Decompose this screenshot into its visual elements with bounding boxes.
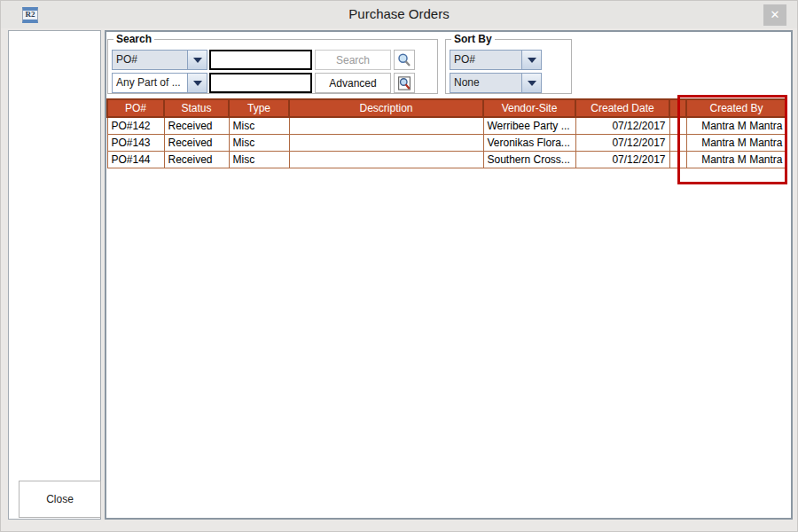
chevron-down-icon[interactable] (521, 74, 541, 92)
sort-by-group-label: Sort By (451, 33, 495, 45)
advanced-find-icon-button[interactable] (394, 73, 415, 93)
magnifier-icon (396, 52, 412, 68)
sort-by-group: Sort By PO# None (445, 39, 572, 94)
table-cell[interactable]: Misc (229, 117, 289, 134)
left-panel: Close (8, 30, 101, 520)
search-field-dropdown-value: PO# (113, 51, 187, 69)
sort-secondary-dropdown-value: None (450, 74, 521, 92)
column-header[interactable]: Description (289, 99, 483, 117)
column-header[interactable]: Vendor-Site (483, 99, 575, 117)
table-cell[interactable]: Mantra M Mantra (686, 151, 786, 168)
table-cell[interactable] (669, 117, 686, 134)
table-cell[interactable]: Mantra M Mantra (686, 134, 786, 151)
table-cell[interactable]: Veronikas Flora... (483, 134, 575, 151)
chevron-down-icon[interactable] (187, 51, 207, 69)
table-cell[interactable]: Misc (229, 151, 289, 168)
window-close-icon[interactable]: ✕ (763, 4, 786, 26)
column-header[interactable]: Type (229, 99, 289, 117)
table-cell[interactable]: Mantra M Mantra (686, 117, 786, 134)
table-cell[interactable] (289, 134, 483, 151)
search-match-dropdown-value: Any Part of ... (113, 74, 187, 92)
purchase-orders-dialog: R2 Purchase Orders ✕ Close Search PO# Se… (0, 0, 798, 532)
search-field-dropdown[interactable]: PO# (112, 50, 207, 70)
table-cell[interactable]: Received (164, 151, 229, 168)
window-title: Purchase Orders (1, 6, 797, 21)
sort-primary-dropdown[interactable]: PO# (450, 50, 542, 70)
table-cell[interactable] (289, 151, 483, 168)
table-row[interactable]: PO#144ReceivedMiscSouthern Cross...07/12… (107, 151, 786, 168)
table-cell[interactable]: Misc (229, 134, 289, 151)
table-cell[interactable]: PO#144 (107, 151, 164, 168)
close-button[interactable]: Close (19, 481, 101, 518)
table-cell[interactable]: 07/12/2017 (575, 151, 669, 168)
chevron-down-icon[interactable] (187, 74, 207, 92)
chevron-down-icon[interactable] (521, 51, 541, 69)
column-header[interactable]: Created Date (575, 99, 669, 117)
table-cell[interactable] (669, 134, 686, 151)
document-magnifier-icon (396, 75, 412, 91)
search-match-dropdown[interactable]: Any Part of ... (112, 73, 207, 93)
sort-primary-dropdown-value: PO# (450, 51, 521, 69)
titlebar: R2 Purchase Orders ✕ (1, 1, 797, 28)
table-cell[interactable]: Werribee Party ... (483, 117, 575, 134)
table-cell[interactable]: 07/12/2017 (575, 134, 669, 151)
column-header[interactable] (669, 99, 686, 117)
column-header[interactable]: Status (164, 99, 229, 117)
table-cell[interactable]: Southern Cross... (483, 151, 575, 168)
table-row[interactable]: PO#142ReceivedMiscWerribee Party ...07/1… (107, 117, 786, 134)
table-cell[interactable] (289, 117, 483, 134)
table-cell[interactable]: 07/12/2017 (575, 117, 669, 134)
table-cell[interactable]: Received (164, 117, 229, 134)
magnifier-icon-button[interactable] (394, 50, 415, 70)
search-group: Search PO# Search Any Part of ... Advanc… (107, 39, 438, 94)
main-panel: Search PO# Search Any Part of ... Advanc… (105, 30, 793, 520)
orders-table: PO#StatusTypeDescriptionVendor-SiteCreat… (106, 98, 787, 168)
advanced-button[interactable]: Advanced (315, 73, 391, 93)
search-field-input[interactable] (209, 50, 312, 70)
table-header-row: PO#StatusTypeDescriptionVendor-SiteCreat… (107, 99, 786, 117)
table-cell[interactable]: PO#142 (107, 117, 164, 134)
table-row[interactable]: PO#143ReceivedMiscVeronikas Flora...07/1… (107, 134, 786, 151)
sort-secondary-dropdown[interactable]: None (450, 73, 542, 93)
search-group-label: Search (113, 33, 154, 45)
table-cell[interactable]: PO#143 (107, 134, 164, 151)
table-cell[interactable] (669, 151, 686, 168)
search-button[interactable]: Search (315, 50, 391, 70)
column-header[interactable]: PO# (107, 99, 164, 117)
table-cell[interactable]: Received (164, 134, 229, 151)
column-header[interactable]: Created By (686, 99, 786, 117)
search-keyword-input[interactable] (209, 73, 312, 93)
